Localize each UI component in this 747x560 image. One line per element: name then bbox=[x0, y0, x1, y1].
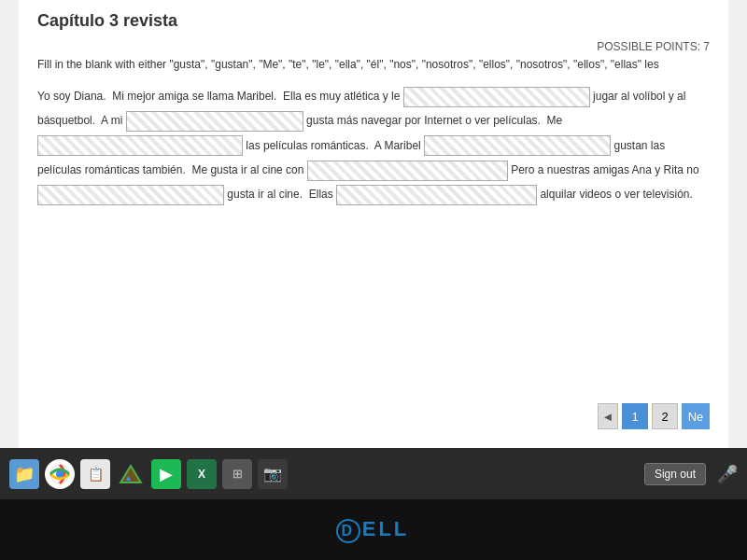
taskbar-grid-icon[interactable]: ⊞ bbox=[222, 459, 252, 489]
taskbar-camera-icon[interactable]: 📷 bbox=[258, 459, 288, 489]
blank-5[interactable] bbox=[307, 161, 508, 181]
page-1-button[interactable]: 1 bbox=[622, 403, 648, 429]
text-segment-1: Yo soy Diana. Mi mejor amiga se llama Ma… bbox=[37, 90, 403, 103]
sign-out-button[interactable]: Sign out bbox=[644, 463, 706, 485]
taskbar: 📁 📋 ▲ ▶ X ⊞ 📷 Sign out 🎤 bbox=[0, 448, 747, 499]
text-segment-3: gusta más navegar por Internet o ver pel… bbox=[306, 114, 562, 127]
dell-bar: DELL bbox=[0, 499, 747, 560]
taskbar-chrome-icon[interactable] bbox=[45, 459, 75, 489]
dell-logo: DELL bbox=[336, 517, 412, 543]
text-segment-7: gusta ir al cine. Ellas bbox=[227, 188, 336, 201]
blank-4[interactable] bbox=[424, 135, 611, 156]
blank-3[interactable] bbox=[37, 135, 243, 156]
taskbar-excel-icon[interactable]: X bbox=[187, 459, 217, 489]
next-page-button[interactable]: Ne bbox=[682, 403, 710, 429]
blank-6[interactable] bbox=[37, 185, 224, 205]
svg-text:▲: ▲ bbox=[124, 473, 133, 483]
chapter-title: Capítulo 3 revista bbox=[37, 11, 710, 31]
possible-points: POSSIBLE POINTS: 7 bbox=[37, 40, 710, 53]
prev-page-button[interactable]: ◄ bbox=[598, 403, 618, 429]
taskbar-files-icon[interactable]: 📁 bbox=[9, 459, 39, 489]
paper: Capítulo 3 revista POSSIBLE POINTS: 7 Fi… bbox=[19, 0, 728, 448]
text-segment-4: las películas románticas. A Maribel bbox=[246, 139, 424, 152]
taskbar-app2-icon[interactable]: 📋 bbox=[80, 459, 110, 489]
screen-area: Capítulo 3 revista POSSIBLE POINTS: 7 Fi… bbox=[0, 0, 747, 448]
blank-7[interactable] bbox=[336, 185, 537, 205]
text-segment-6: Pero a nuestras amigas Ana y Rita no bbox=[511, 163, 698, 176]
exercise-body: Yo soy Diana. Mi mejor amiga se llama Ma… bbox=[37, 84, 710, 207]
page-2-button[interactable]: 2 bbox=[652, 403, 678, 429]
blank-2[interactable] bbox=[126, 111, 303, 132]
taskbar-play-icon[interactable]: ▶ bbox=[151, 459, 181, 489]
blank-1[interactable] bbox=[403, 87, 590, 107]
pagination: ◄ 1 2 Ne bbox=[598, 403, 710, 429]
instructions: Fill in the blank with either "gusta", "… bbox=[37, 57, 710, 73]
microphone-icon[interactable]: 🎤 bbox=[717, 464, 738, 484]
text-segment-8: alquilar videos o ver televisión. bbox=[540, 188, 692, 201]
taskbar-drive-icon[interactable]: ▲ bbox=[116, 459, 146, 489]
svg-point-1 bbox=[56, 470, 63, 478]
